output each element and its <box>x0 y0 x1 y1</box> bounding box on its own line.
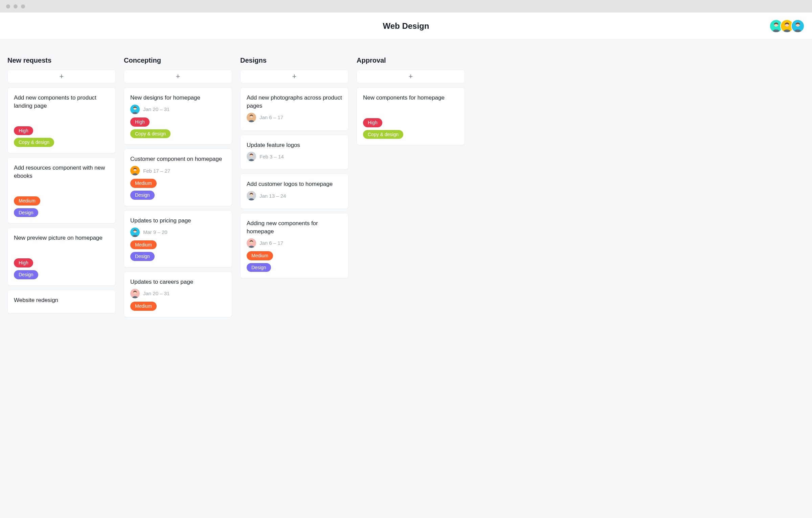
card-meta: Jan 20 – 31 <box>130 105 226 114</box>
tag[interactable]: Design <box>130 191 155 200</box>
task-card[interactable]: Add new components to product landing pa… <box>7 87 116 153</box>
card-title: Updates to careers page <box>130 278 226 286</box>
task-card[interactable]: Website redesign <box>7 290 116 314</box>
task-card[interactable]: Add customer logos to homepageJan 13 – 2… <box>240 174 348 209</box>
window-dot <box>21 4 25 8</box>
column-title: Concepting <box>124 57 232 64</box>
card-title: Add customer logos to homepage <box>247 180 342 188</box>
task-card[interactable]: Adding new components for homepageJan 6 … <box>240 213 348 278</box>
card-date: Feb 17 – 27 <box>143 168 170 174</box>
task-card[interactable]: Updates to pricing pageMar 9 – 20MediumD… <box>124 210 232 267</box>
task-card[interactable]: Customer component on homepageFeb 17 – 2… <box>124 149 232 206</box>
card-date: Jan 20 – 31 <box>143 290 170 296</box>
tag[interactable]: Copy & design <box>14 138 54 147</box>
add-card-button[interactable]: + <box>7 70 116 83</box>
card-meta: Jan 13 – 24 <box>247 191 342 200</box>
card-date: Jan 6 – 17 <box>260 114 283 120</box>
card-title: New components for homepage <box>363 94 458 102</box>
window-chrome <box>0 0 812 13</box>
task-card[interactable]: New preview picture on homepageHighDesig… <box>7 228 116 285</box>
card-spacer <box>14 245 109 255</box>
card-spacer <box>14 113 109 123</box>
card-title: Updates to pricing page <box>130 217 226 225</box>
tag[interactable]: Medium <box>247 251 273 260</box>
add-card-button[interactable]: + <box>357 70 465 83</box>
card-tags: MediumDesign <box>14 196 109 217</box>
column-title: Approval <box>357 57 465 64</box>
card-meta: Feb 17 – 27 <box>130 166 226 175</box>
add-card-button[interactable]: + <box>240 70 348 83</box>
plus-icon: + <box>292 72 297 81</box>
plus-icon: + <box>176 72 180 81</box>
assignee-avatar[interactable] <box>247 191 256 200</box>
card-tags: MediumDesign <box>130 240 226 261</box>
card-title: Add new components to product landing pa… <box>14 94 109 110</box>
card-tags: Medium <box>130 302 226 311</box>
card-title: Add resources component with new ebooks <box>14 164 109 180</box>
card-title: Website redesign <box>14 296 109 304</box>
tag[interactable]: High <box>363 118 382 127</box>
tag[interactable]: Design <box>14 270 38 279</box>
assignee-avatar[interactable] <box>130 289 140 298</box>
task-card[interactable]: Updates to careers pageJan 20 – 31Medium <box>124 272 232 317</box>
card-title: Add new photographs across product pages <box>247 94 342 110</box>
task-card[interactable]: New designs for homepageJan 20 – 31HighC… <box>124 87 232 145</box>
assignee-avatar[interactable] <box>247 152 256 161</box>
kanban-board: New requests+Add new components to produ… <box>0 40 812 321</box>
card-tags: MediumDesign <box>130 179 226 200</box>
tag[interactable]: Design <box>130 252 155 261</box>
board-column: Concepting+New designs for homepageJan 2… <box>124 57 232 321</box>
add-card-button[interactable]: + <box>124 70 232 83</box>
assignee-avatar[interactable] <box>130 166 140 175</box>
card-spacer <box>14 183 109 193</box>
tag[interactable]: Copy & design <box>363 130 403 139</box>
tag[interactable]: High <box>130 117 150 127</box>
card-title: New designs for homepage <box>130 94 226 102</box>
task-card[interactable]: Add resources component with new ebooksM… <box>7 157 116 223</box>
card-tags: MediumDesign <box>247 251 342 272</box>
card-meta: Mar 9 – 20 <box>130 228 226 237</box>
board-title: Web Design <box>383 21 429 31</box>
card-title: Adding new components for homepage <box>247 219 342 236</box>
card-tags: HighDesign <box>14 258 109 279</box>
task-card[interactable]: Update feature logosFeb 3 – 14 <box>240 135 348 170</box>
assignee-avatar[interactable] <box>247 113 256 122</box>
tag[interactable]: Medium <box>130 179 157 188</box>
tag[interactable]: Copy & design <box>130 129 171 138</box>
tag[interactable]: High <box>14 258 33 267</box>
tag[interactable]: High <box>14 126 33 135</box>
member-avatar[interactable] <box>791 19 805 33</box>
column-title: New requests <box>7 57 116 64</box>
card-meta: Jan 6 – 17 <box>247 113 342 122</box>
card-date: Jan 6 – 17 <box>260 240 283 246</box>
card-title: Customer component on homepage <box>130 155 226 163</box>
tag[interactable]: Design <box>247 263 271 272</box>
board-column: Approval+New components for homepageHigh… <box>357 57 465 149</box>
card-spacer <box>363 105 458 115</box>
card-title: New preview picture on homepage <box>14 234 109 242</box>
board-column: New requests+Add new components to produ… <box>7 57 116 318</box>
board-column: Designs+Add new photographs across produ… <box>240 57 348 282</box>
task-card[interactable]: Add new photographs across product pages… <box>240 87 348 131</box>
assignee-avatar[interactable] <box>247 238 256 248</box>
window-dot <box>14 4 18 8</box>
card-date: Jan 13 – 24 <box>260 193 286 199</box>
card-title: Update feature logos <box>247 141 342 149</box>
assignee-avatar[interactable] <box>130 228 140 237</box>
tag[interactable]: Medium <box>130 302 157 311</box>
card-date: Feb 3 – 14 <box>260 154 284 159</box>
tag[interactable]: Design <box>14 208 38 217</box>
header: Web Design <box>0 13 812 40</box>
tag[interactable]: Medium <box>130 240 157 250</box>
card-meta: Jan 20 – 31 <box>130 289 226 298</box>
task-card[interactable]: New components for homepageHighCopy & de… <box>357 87 465 145</box>
member-avatars <box>769 19 805 33</box>
assignee-avatar[interactable] <box>130 105 140 114</box>
card-tags: HighCopy & design <box>130 117 226 138</box>
tag[interactable]: Medium <box>14 196 40 206</box>
plus-icon: + <box>409 72 413 81</box>
card-tags: HighCopy & design <box>363 118 458 139</box>
window-dot <box>6 4 10 8</box>
column-title: Designs <box>240 57 348 64</box>
card-date: Mar 9 – 20 <box>143 229 167 235</box>
